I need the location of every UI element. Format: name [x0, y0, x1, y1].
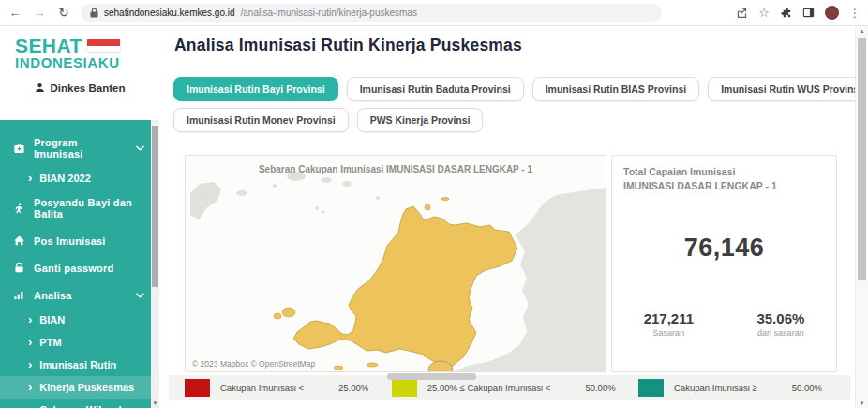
- main-content: Analisa Imunisasi Rutin Kinerja Puskesma…: [159, 26, 855, 408]
- back-icon[interactable]: ←: [7, 7, 22, 19]
- sidebar-item-ganti-password[interactable]: Ganti password: [0, 254, 159, 281]
- kebab-menu-icon[interactable]: ⋮: [849, 8, 861, 19]
- lock-icon: [90, 8, 98, 18]
- sidebar-item-bian[interactable]: ›BIAN: [0, 309, 159, 331]
- legend-label: Cakupan Imunisasi ≥: [674, 383, 757, 393]
- scroll-down-arrow-icon[interactable]: ▼: [151, 400, 159, 406]
- forward-icon[interactable]: →: [32, 7, 47, 19]
- extensions-icon[interactable]: [780, 7, 792, 19]
- browser-actions: ☆ ⋮: [736, 6, 861, 20]
- map-title: Sebaran Cakupan Imunisasi IMUNISASI DASA…: [186, 164, 606, 174]
- user-name: Dinkes Banten: [51, 83, 126, 94]
- total-card-title-line1: Total Capaian Imunisasi: [623, 165, 825, 179]
- sidebar-item-imunisasi-rutin[interactable]: ›Imunisasi Rutin: [0, 354, 159, 376]
- sidebar-item-kinerja-puskesmas[interactable]: ›Kinerja Puskesmas: [0, 376, 159, 399]
- map-island: [322, 211, 325, 214]
- logo-text-line2: INDONESIAKU: [15, 55, 159, 69]
- map-island-yellow: [274, 313, 281, 319]
- sidebar-item-posyandu[interactable]: Posyandu Bayi dan Balita: [0, 189, 159, 227]
- map-island: [236, 190, 247, 196]
- sidebar-item-label: PTM: [39, 337, 61, 348]
- profile-avatar[interactable]: [825, 6, 839, 20]
- indonesia-flag-icon: [87, 39, 120, 52]
- map-island-yellow: [282, 308, 295, 317]
- scroll-down-arrow-icon[interactable]: ▼: [856, 400, 868, 406]
- sidebar-item-program-imunisasi[interactable]: Program Imunisasi: [0, 129, 159, 167]
- sidebar-item-label: Ganti password: [34, 263, 113, 274]
- sidebar-item-label: BIAN: [39, 314, 65, 325]
- total-card-stats: 217,211 Sasaran 35.06% dari sasaran: [612, 310, 836, 338]
- percent-label: dari sasaran: [756, 328, 804, 338]
- map-legend: Cakupan Imunisasi < 25.00% 25.00% ≤ Caku…: [169, 375, 850, 400]
- share-icon[interactable]: [736, 7, 748, 19]
- sidebar-item-label: Pos Imunisasi: [34, 235, 106, 247]
- address-bar[interactable]: sehatindonesiaku.kemkes.go.id/analisa-im…: [81, 4, 662, 22]
- url-host: sehatindonesiaku.kemkes.go.id: [104, 8, 235, 18]
- chevron-right-icon: ›: [28, 315, 32, 325]
- medical-bag-icon: [13, 143, 25, 155]
- home-icon: [13, 234, 25, 247]
- map-island-yellow: [367, 363, 378, 367]
- tab-imunisasi-rutin-bayi-provinsi[interactable]: Imunisasi Rutin Bayi Provinsi: [173, 77, 338, 101]
- horizontal-scrollbar-thumb[interactable]: [387, 373, 476, 380]
- percent-stat: 35.06% dari sasaran: [756, 310, 804, 338]
- legend-item-high: Cakupan Imunisasi ≥ 50.00%: [638, 379, 822, 397]
- sidebar-item-pos-imunisasi[interactable]: Pos Imunisasi: [0, 227, 159, 254]
- sidebar-item-analisa[interactable]: Analisa: [0, 281, 159, 309]
- bookmark-star-icon[interactable]: ☆: [758, 7, 770, 19]
- user-icon: [35, 83, 45, 93]
- chevron-down-icon: [136, 145, 144, 151]
- sidebar: SEHAT INDONESIAKU Dinkes Banten Program …: [0, 26, 159, 408]
- total-card-title: Total Capaian Imunisasi IMUNISASI DASAR …: [612, 156, 836, 192]
- sidebar-item-label: Imunisasi Rutin: [39, 359, 116, 370]
- sasaran-stat: 217,211 Sasaran: [644, 310, 694, 338]
- sasaran-value: 217,211: [644, 310, 694, 326]
- legend-label: Cakupan Imunisasi <: [220, 383, 304, 393]
- page-scrollbar-thumb[interactable]: [858, 38, 866, 280]
- sidebar-menu: Program Imunisasi ›BIAN 2022 Posyandu Ba…: [0, 120, 159, 408]
- sidebar-item-label: BIAN 2022: [39, 173, 90, 184]
- sidebar-item-bian-2022[interactable]: ›BIAN 2022: [0, 167, 159, 189]
- sidebar-scrollbar-thumb[interactable]: [152, 126, 158, 287]
- total-capaian-card: Total Capaian Imunisasi IMUNISASI DASAR …: [611, 155, 837, 372]
- logo-text-line1: SEHAT: [15, 36, 82, 55]
- page-title: Analisa Imunisasi Rutin Kinerja Puskesma…: [174, 36, 522, 55]
- scroll-up-arrow-icon[interactable]: ▲: [856, 28, 868, 34]
- legend-swatch-yellow: [392, 379, 417, 397]
- map-island-yellow: [441, 198, 449, 201]
- tab-pws-kinerja-provinsi[interactable]: PWS Kinerja Provinsi: [357, 108, 484, 132]
- tab-imunisasi-rutin-wus-provinsi[interactable]: Imunisasi Rutin WUS Provinsi: [708, 77, 868, 101]
- sidebar-item-label: Cakupan Wilayah: [39, 404, 125, 408]
- tab-bar: Imunisasi Rutin Bayi Provinsi Imunisasi …: [173, 77, 868, 132]
- map-island-yellow: [425, 204, 430, 210]
- sidebar-item-cakupan-wilayah[interactable]: ›Cakupan Wilayah: [0, 399, 159, 408]
- map-attribution: © 2023 Mapbox © OpenStreetMap: [192, 359, 315, 369]
- sidebar-item-label: Program Imunisasi: [34, 137, 127, 159]
- tab-imunisasi-rutin-bias-provinsi[interactable]: Imunisasi Rutin BIAS Provinsi: [532, 77, 700, 101]
- map-card: Sebaran Cakupan Imunisasi IMUNISASI DASA…: [185, 155, 606, 372]
- map-island: [273, 184, 277, 188]
- map-island: [321, 177, 332, 183]
- tab-imunisasi-rutin-baduta-provinsi[interactable]: Imunisasi Rutin Baduta Provinsi: [347, 77, 524, 101]
- user-account[interactable]: Dinkes Banten: [0, 83, 159, 94]
- bar-chart-icon: [13, 289, 25, 301]
- reload-icon[interactable]: ↻: [56, 7, 71, 19]
- map-island: [342, 181, 352, 187]
- url-path: /analisa-imunisasi-rutin/kinerja-puskesm…: [241, 8, 417, 18]
- page-scrollbar[interactable]: ▲ ▼: [855, 26, 868, 408]
- choropleth-map[interactable]: [186, 156, 606, 371]
- browser-toolbar: ← → ↻ sehatindonesiaku.kemkes.go.id/anal…: [0, 0, 868, 26]
- chevron-right-icon: ›: [28, 174, 32, 183]
- chevron-right-icon: ›: [28, 338, 32, 347]
- sidebar-scrollbar[interactable]: ▼: [151, 120, 159, 408]
- map-island: [315, 206, 319, 210]
- tab-imunisasi-rutin-monev-provinsi[interactable]: Imunisasi Rutin Monev Provinsi: [173, 108, 349, 132]
- total-card-title-line2: IMUNISASI DASAR LENGKAP - 1: [623, 179, 825, 193]
- chevron-down-icon: [136, 293, 144, 298]
- side-panel-icon[interactable]: [802, 7, 815, 19]
- app-window: ← → ↻ sehatindonesiaku.kemkes.go.id/anal…: [0, 0, 868, 408]
- sidebar-item-ptm[interactable]: ›PTM: [0, 331, 159, 354]
- legend-item-low: Cakupan Imunisasi < 25.00%: [185, 379, 368, 397]
- app-logo: SEHAT INDONESIAKU: [0, 26, 159, 70]
- legend-label: 25.00% ≤ Cakupan Imunisasi <: [427, 383, 551, 393]
